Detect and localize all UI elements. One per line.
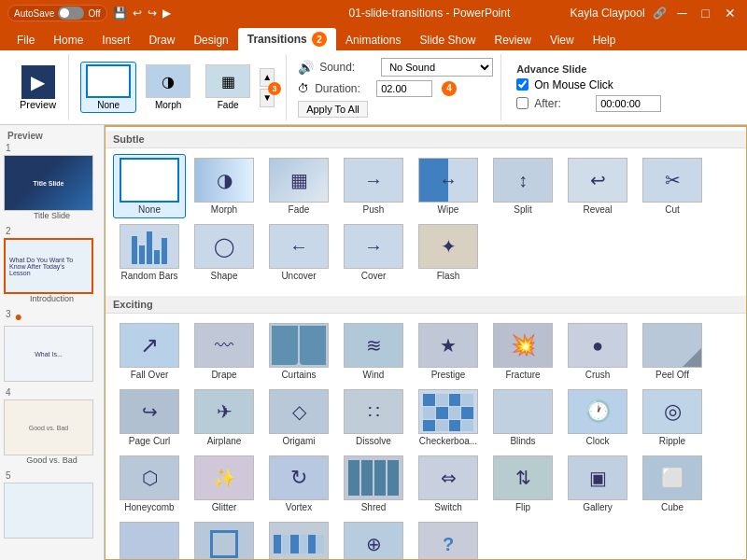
slide-5-row: 5 [4,470,100,481]
tab-insert[interactable]: Insert [92,30,139,50]
trans-cell-cut[interactable]: ✂ Cut [636,154,709,218]
trans-cell-checkerboard[interactable]: Checkerboa... [412,385,485,450]
trans-cell-airplane[interactable]: ✈ Airplane [188,385,261,450]
scroll-down-button[interactable]: 3▼ [260,89,275,107]
trans-cell-flash[interactable]: ✦ Flash [412,220,485,285]
trans-cell-push[interactable]: → Push [337,154,410,218]
slide-item-2[interactable]: 2 What Do You Want ToKnow After Today'sL… [4,226,100,303]
slide-item-5[interactable]: 5 [4,470,100,539]
present-icon[interactable]: ▶ [162,7,171,20]
trans-cell-glitter[interactable]: ✨ Glitter [188,452,261,516]
trans-cell-ripple[interactable]: ◎ Ripple [636,385,709,450]
trans-cell-curtains[interactable]: Curtains [262,319,335,384]
trans-cell-vortex[interactable]: ↻ Vortex [262,452,335,516]
duration-row: ⏱ Duration: 4 [298,80,493,97]
trans-cell-wind[interactable]: ≋ Wind [337,319,410,384]
trans-icon-origami: ◇ [269,389,329,434]
after-checkbox[interactable] [516,97,529,109]
redo-icon[interactable]: ↪ [148,7,157,20]
trans-name-fracture: Fracture [505,370,540,380]
minimize-button[interactable]: ─ [674,6,691,21]
slide-5-content [45,507,52,514]
trans-cell-pagecurl[interactable]: ↪ Page Curl [113,385,186,450]
after-input[interactable] [596,95,661,112]
trans-fade[interactable]: ▦ Fade [200,62,256,113]
trans-cell-shred[interactable]: Shred [337,452,410,516]
tab-file[interactable]: File [7,30,44,50]
slide-item-3[interactable]: 3 ● What Is... [4,309,100,382]
trans-name-origami: Origami [282,436,315,446]
trans-cell-cube[interactable]: ⬜ Cube [636,452,709,516]
step-3-badge: 3 [268,82,281,95]
tab-view[interactable]: View [541,30,584,50]
maximize-button[interactable]: □ [698,6,713,21]
trans-none[interactable]: None [80,62,136,113]
tab-slideshow[interactable]: Slide Show [410,30,485,50]
trans-cell-zoom[interactable]: ⊕ Zoom [337,518,410,560]
slide-3-thumb[interactable]: What Is... [4,326,93,382]
autosave-switch[interactable] [58,7,84,20]
apply-all-button[interactable]: Apply To All [298,101,368,118]
tab-transitions[interactable]: Transitions 2 [238,28,336,50]
sound-select[interactable]: No Sound [381,58,493,77]
trans-cell-fallover[interactable]: ↗ Fall Over [113,319,186,384]
trans-cell-comb[interactable]: Comb [262,518,335,560]
trans-morph[interactable]: ◑ Morph [140,62,196,113]
trans-cell-none[interactable]: None [113,154,186,218]
trans-cell-wipe[interactable]: ↔ Wipe [412,154,485,218]
trans-cell-fracture[interactable]: 💥 Fracture [486,319,559,384]
trans-cell-honeycomb[interactable]: ⬡ Honeycomb [113,452,186,516]
trans-cell-doors[interactable]: Doors [113,518,186,560]
trans-cell-cover[interactable]: → Cover [337,220,410,285]
trans-cell-origami[interactable]: ◇ Origami [262,385,335,450]
trans-cell-shape[interactable]: ◯ Shape [188,220,261,285]
trans-cell-randombars[interactable]: Random Bars [113,220,186,285]
trans-icon-uncover: ← [269,224,329,269]
trans-cell-random[interactable]: ? Random [412,518,485,560]
tab-home[interactable]: Home [44,30,92,50]
trans-cell-flip[interactable]: ⇅ Flip [486,452,559,516]
tab-review[interactable]: Review [486,30,541,50]
trans-cell-crush[interactable]: ● Crush [561,319,634,384]
trans-cell-clock[interactable]: 🕐 Clock [561,385,634,450]
tab-design[interactable]: Design [184,30,237,50]
undo-icon[interactable]: ↩ [133,7,142,20]
close-button[interactable]: ✕ [721,6,740,21]
trans-cell-reveal[interactable]: ↩ Reveal [561,154,634,218]
tab-draw[interactable]: Draw [139,30,184,50]
trans-cell-gallery[interactable]: ▣ Gallery [561,452,634,516]
slide-5-thumb[interactable] [4,483,93,539]
trans-cell-morph[interactable]: ◑ Morph [188,154,261,218]
autosave-toggle[interactable]: AutoSave Off [7,5,107,21]
slide-1-thumb[interactable]: Title Slide [4,155,93,211]
slide-item-4[interactable]: 4 Good vs. Bad Good vs. Bad [4,387,100,465]
trans-cell-box[interactable]: Box [188,518,261,560]
trans-cell-prestige[interactable]: ★ Prestige [412,319,485,384]
tab-help[interactable]: Help [584,30,626,50]
preview-button[interactable]: ▶ Preview [15,61,61,115]
trans-name-shape: Shape [211,271,238,281]
trans-icon-dissolve: ∷ [344,389,403,434]
trans-cell-switch[interactable]: ⇔ Switch [412,452,485,516]
trans-cell-dissolve[interactable]: ∷ Dissolve [337,385,410,450]
trans-cell-peeloff[interactable]: Peel Off [636,319,709,384]
on-mouse-click-checkbox[interactable] [516,78,529,91]
trans-cell-blinds[interactable]: Blinds [486,385,559,450]
save-icon[interactable]: 💾 [113,7,127,20]
trans-cell-drape[interactable]: 〰 Drape [188,319,261,384]
tab-animations[interactable]: Animations [336,30,410,50]
trans-name-push: Push [363,204,385,215]
doc-title-text: 01-slide-transitions - PowerPoint [349,7,511,20]
trans-name-cover: Cover [361,271,387,281]
trans-fade-icon: ▦ [205,64,250,98]
share-icon[interactable]: 🔗 [653,7,667,20]
slide-2-thumb[interactable]: What Do You Want ToKnow After Today'sLes… [4,238,93,294]
trans-cell-split[interactable]: ↕ Split [486,154,559,218]
slide-4-thumb[interactable]: Good vs. Bad [4,399,93,455]
trans-cell-fade[interactable]: ▦ Fade [262,154,335,218]
duration-input[interactable] [376,80,432,97]
trans-icon-cut: ✂ [642,158,702,203]
trans-cell-uncover[interactable]: ← Uncover [262,220,335,285]
trans-icon-none [120,158,179,203]
slide-item-1[interactable]: 1 Title Slide Title Slide [4,143,100,220]
